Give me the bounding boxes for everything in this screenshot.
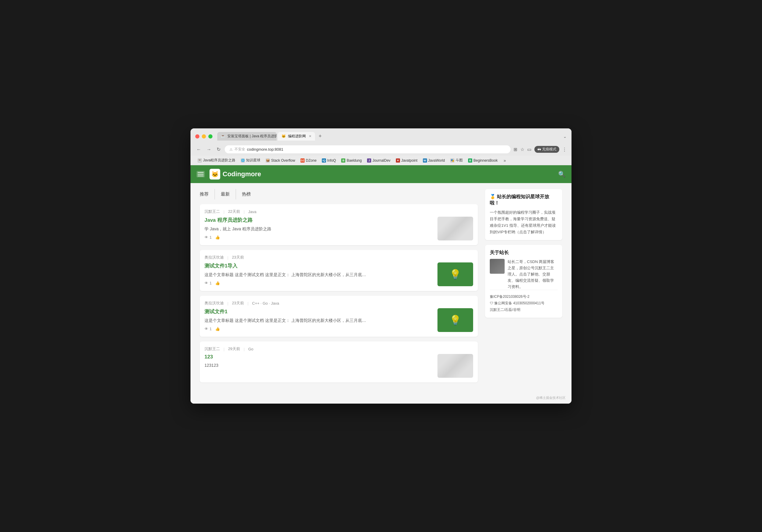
article-1-likes: 👍 xyxy=(215,235,220,240)
article-1-desc: 学 Java，就上 Java 程序员进阶之路 xyxy=(204,226,433,232)
like-icon-3: 👍 xyxy=(215,327,220,331)
bookmark-baeldung[interactable]: B Baeldung xyxy=(339,158,364,164)
tab-1-favicon: ☕ xyxy=(221,134,226,139)
bookmark-stackoverflow-label: Stack Overflow xyxy=(271,158,295,163)
logo-text: Codingmore xyxy=(223,170,261,178)
article-1-tag: Java xyxy=(248,209,256,214)
article-4-time: 29天前 xyxy=(228,346,240,351)
address-input[interactable]: ⚠ 不安全 codingmore.top:8081 xyxy=(225,145,510,153)
article-3-stats: 👁 1 👍 xyxy=(204,327,433,331)
article-1-thumb-img xyxy=(437,217,473,240)
article-4-desc: 123123 xyxy=(204,362,433,368)
bookmark-zhishi-label: 知识星球 xyxy=(246,158,260,163)
article-card-4: 沉默王二 | 29天前 | Go 123 123123 xyxy=(200,342,478,383)
sidebar: 🥇 站长的编程知识星球开放啦！ 一个氛围超好的编程学习圈子，实战项目手把手教，海… xyxy=(485,189,562,387)
tab-nav-recommend[interactable]: 推荐 xyxy=(200,189,215,199)
bookmark-java-label: Java程序员进阶之路 xyxy=(203,158,235,163)
bookmark-star-button[interactable]: ☆ xyxy=(520,147,524,152)
police-number: 🛡 豫公网安备 41030502000411号 xyxy=(490,300,558,307)
article-4-author: 沉默王二 xyxy=(204,346,220,351)
bookmark-infoq[interactable]: iQ InfoQ xyxy=(320,158,338,164)
reload-button[interactable]: ↻ xyxy=(215,146,222,153)
bookmark-javatpoint[interactable]: ▼ Javatpoint xyxy=(394,158,420,164)
article-4-thumbnail xyxy=(437,354,473,378)
tab-nav-latest[interactable]: 最新 xyxy=(215,189,236,199)
promo-title: 🥇 站长的编程知识星球开放啦！ xyxy=(490,194,558,206)
menu-button[interactable]: ⋮ xyxy=(562,147,567,152)
forward-button[interactable]: → xyxy=(205,146,212,153)
tab-2-favicon: 🐱 xyxy=(281,134,286,139)
back-button[interactable]: ← xyxy=(195,146,202,153)
bookmark-dzone-icon: DZ xyxy=(300,158,305,163)
about-title: 关于站长 xyxy=(490,250,558,256)
article-2-author: 奥拉沃坎迪 xyxy=(204,255,224,260)
bookmark-beginnersbook[interactable]: B BeginnersBook xyxy=(466,158,500,164)
article-card-1: 沉默王二 | 22天前 | Java Java 程序员进阶之路 学 Java，就… xyxy=(200,204,478,245)
logo-icon: 🐱 xyxy=(209,169,220,180)
tab-2-close[interactable]: ✕ xyxy=(309,134,311,138)
bookmark-dotu[interactable]: 🎭 斗图 xyxy=(448,157,465,164)
reader-view-button[interactable]: ▭ xyxy=(527,147,531,152)
hamburger-menu-button[interactable] xyxy=(196,171,205,178)
police-text: 豫公网安备 41030502000411号 xyxy=(494,301,545,305)
incognito-label: 无痕模式 xyxy=(542,147,556,152)
article-3-tags: C++ · Go · Java xyxy=(252,301,279,306)
article-1-content: Java 程序员进阶之路 学 Java，就上 Java 程序员进阶之路 👁 1 … xyxy=(204,217,473,240)
site-header: 🐱 Codingmore 🔍 xyxy=(190,165,572,183)
bookmark-javatpoint-label: Javatpoint xyxy=(401,158,418,163)
minimize-window-button[interactable] xyxy=(202,134,206,138)
traffic-lights xyxy=(195,134,212,138)
eye-icon: 👁 xyxy=(204,235,208,240)
article-1-time: 22天前 xyxy=(228,209,240,214)
article-4-body: 123 123123 xyxy=(204,354,433,371)
bookmarks-more-button[interactable]: » xyxy=(502,157,507,164)
bookmark-dotu-icon: 🎭 xyxy=(450,158,454,163)
bookmark-javaworld-icon: W xyxy=(423,158,427,163)
tab-1-title: 安装宝塔面板 | Java 程序员进阶 xyxy=(227,134,277,139)
article-card-3: 奥拉沃坎迪 | 23天前 | C++ · Go · Java 测试文件1 这是个… xyxy=(200,296,478,337)
bookmark-stackoverflow[interactable]: 📦 Stack Overflow xyxy=(263,158,297,164)
bookmark-stackoverflow-icon: 📦 xyxy=(266,158,270,163)
incognito-icon: 🕶 xyxy=(537,147,541,152)
bookmark-baeldung-label: Baeldung xyxy=(346,158,362,163)
article-4-tag: Go xyxy=(248,347,253,351)
bookmark-javaworld[interactable]: W JavaWorld xyxy=(420,158,447,164)
article-3-meta: 奥拉沃坎迪 | 23天前 | C++ · Go · Java xyxy=(204,300,473,306)
grid-view-button[interactable]: ⊞ xyxy=(513,147,517,152)
address-text: codingmore.top:8081 xyxy=(247,147,283,152)
article-1-meta: 沉默王二 | 22天前 | Java xyxy=(204,209,473,214)
article-4-thumb-img xyxy=(437,354,473,378)
authors: 沉默王二/石磊/谷明 xyxy=(490,307,558,313)
tab-2[interactable]: 🐱 编程进阶网 ✕ xyxy=(278,132,315,141)
article-1-title[interactable]: Java 程序员进阶之路 xyxy=(204,217,433,223)
article-3-likes: 👍 xyxy=(215,327,220,331)
bookmark-dzone[interactable]: DZ DZone xyxy=(298,158,319,164)
tab-1[interactable]: ☕ 安装宝塔面板 | Java 程序员进阶 ✕ xyxy=(217,132,277,141)
bookmark-zhishi-icon: 🌐 xyxy=(241,158,245,163)
bookmark-zhishi[interactable]: 🌐 知识星球 xyxy=(238,157,263,164)
bookmark-beginnersbook-icon: B xyxy=(468,158,472,163)
article-4-title[interactable]: 123 xyxy=(204,354,433,360)
close-window-button[interactable] xyxy=(195,134,199,138)
maximize-window-button[interactable] xyxy=(208,134,212,138)
bookmark-infoq-icon: iQ xyxy=(322,158,326,163)
eye-icon-3: 👁 xyxy=(204,327,208,331)
article-3-title[interactable]: 测试文件1 xyxy=(204,308,433,315)
tabs-row: ☕ 安装宝塔面板 | Java 程序员进阶 ✕ 🐱 编程进阶网 ✕ + ⌄ xyxy=(217,132,567,141)
new-tab-button[interactable]: + xyxy=(316,132,324,141)
tab-list-button[interactable]: ⌄ xyxy=(563,134,567,139)
article-4-meta: 沉默王二 | 29天前 | Go xyxy=(204,346,473,351)
bookmark-java-icon: ☕ xyxy=(197,158,202,163)
bookmark-java[interactable]: ☕ Java程序员进阶之路 xyxy=(195,157,238,164)
promo-card: 🥇 站长的编程知识星球开放啦！ 一个氛围超好的编程学习圈子，实战项目手把手教，海… xyxy=(485,189,562,240)
bookmark-journaldev[interactable]: J JournalDev xyxy=(365,158,393,164)
footer-links: 豫ICP备2021038026号-2 🛡 豫公网安备 4103050200041… xyxy=(490,290,558,313)
site-logo[interactable]: 🐱 Codingmore xyxy=(209,169,261,180)
tab-nav-hot[interactable]: 热榜 xyxy=(236,189,257,199)
article-3-content: 测试文件1 这是个文章标题 这是个测试文档 这里是正文： 上海普陀区的光新大楼小… xyxy=(204,308,473,332)
article-2-title[interactable]: 测试文件1导入 xyxy=(204,263,433,269)
search-button[interactable]: 🔍 xyxy=(558,171,566,178)
bookmark-dotu-label: 斗图 xyxy=(456,158,463,163)
insecure-label: 不安全 xyxy=(235,147,245,152)
article-2-desc: 这是个文章标题 这是个测试文档 这里是正文： 上海普陀区的光新大楼小区，从三月底… xyxy=(204,272,433,278)
